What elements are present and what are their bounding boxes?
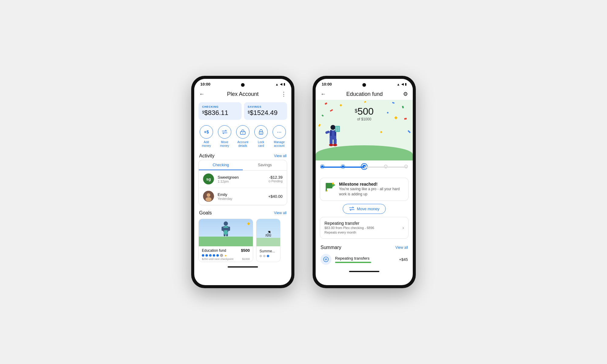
account-details-label: Accountdetails [237,140,248,148]
savings-card[interactable]: SAVINGS $$1524.49 [244,102,287,120]
summary-header: Summary View all [316,242,413,251]
app-bar-2: ← Education fund ⚙ [316,88,413,100]
checking-label: CHECKING [202,105,238,108]
checking-amount: $$836.11 [202,109,238,117]
more-button-1[interactable]: ⋮ [281,91,287,97]
education-fund-title: Education fund [346,91,383,97]
account-details-icon [236,125,249,139]
milestone-subtitle: You're saving like a pro - all your hard… [339,187,404,197]
savings-currency: $ [248,110,250,114]
svg-point-30 [332,183,334,184]
goal-card-summer[interactable]: 🏖 Summe... [256,219,280,262]
emily-amount: +$40.00 [268,194,283,199]
transaction-emily[interactable]: Emily Yesterday +$40.00 [199,188,287,205]
move-money-icon [218,125,231,139]
svg-point-6 [205,197,212,201]
dot-star: ★ [224,254,227,257]
goals-view-all[interactable]: View all [274,211,287,215]
education-checkpoint: $250 until next checkpoint $1000 [202,258,250,261]
move-money-button[interactable]: Movemoney [218,125,231,148]
goals-scroll: ◆ Education fund $500 ✓ [194,217,291,264]
phone-1-screen: 10:00 ▲ ◀ ▮ ← Plex Account ⋮ CHECKING $$… [194,79,291,285]
phone-2: 10:00 ▲ ◀ ▮ ← Education fund ⚙ [313,76,416,288]
quick-actions: +$ Addmoney Movemoney Accountdetails [194,122,291,151]
goal-card-education[interactable]: ◆ Education fund $500 ✓ [198,219,253,262]
repeating-info: Repeating transfer $83.00 from Plex chec… [324,221,374,235]
app-title-1: Plex Account [227,91,259,97]
status-time-2: 10:00 [322,82,332,86]
tab-checking[interactable]: Checking [199,160,243,170]
tab-savings[interactable]: Savings [243,160,287,170]
goals-section: Goals View all [194,205,291,264]
svg-point-3 [261,133,262,134]
sweetgreen-amount: -$12.39 [268,175,283,180]
progress-container [320,164,408,172]
checking-card[interactable]: CHECKING $$836.11 [198,102,242,120]
svg-rect-23 [325,130,330,134]
svg-point-21 [329,144,333,146]
lock-card-icon [254,125,268,139]
manage-account-button[interactable]: ··· Manageaccount [273,125,286,148]
phone-1: 10:00 ▲ ◀ ▮ ← Plex Account ⋮ CHECKING $$… [191,76,294,288]
wifi-icon: ▲ [275,83,279,86]
education-card-bg: ◆ [199,219,253,246]
move-money-label: Movemoney [220,140,229,148]
s-dot-1 [259,255,262,257]
s-dot-2 [263,255,266,257]
summer-hill [256,238,280,246]
sweetgreen-info: Sweetgreen 1:12pm [218,175,265,183]
camera-dot-2 [362,83,366,87]
hero-section: $500 of $1000 [316,100,413,160]
hero-amount-sub: of $1000 [316,117,413,121]
emily-amount-col: +$40.00 [268,194,283,199]
camera-dot-1 [241,83,245,87]
svg-rect-13 [224,230,228,234]
hero-amount-main: $500 [316,106,413,117]
svg-rect-19 [330,138,333,144]
progress-track [320,167,408,168]
repeating-transfers-icon [323,257,329,262]
repeating-title: Repeating transfer [324,221,374,226]
activity-view-all[interactable]: View all [274,154,287,158]
summary-info: Repeating transfers [335,256,395,263]
svg-rect-17 [330,130,332,136]
repeating-transfers-label: Repeating transfers [335,256,395,261]
summer-dots [259,255,277,257]
lock-card-button[interactable]: Lockcard [254,125,268,148]
phones-container: 10:00 ▲ ◀ ▮ ← Plex Account ⋮ CHECKING $$… [191,76,416,288]
wifi-icon-2: ▲ [397,83,400,86]
add-money-icon: +$ [200,125,213,139]
diamond-icon: ◆ [247,221,250,226]
checkpoint-left: $250 until next checkpoint [202,258,233,261]
diamond-sparkle-1: ◆ [394,115,398,120]
back-button-2[interactable]: ← [320,91,326,97]
checking-currency: $ [202,110,204,114]
back-button-1[interactable]: ← [199,91,205,97]
summer-card-bg: 🏖 [256,219,280,246]
phone-2-screen: 10:00 ▲ ◀ ▮ ← Education fund ⚙ [316,79,413,285]
summary-progress-bar [335,262,371,263]
emily-time: Yesterday [218,197,265,201]
emily-avatar [203,191,214,202]
status-icons-1: ▲ ◀ ▮ [275,82,285,86]
settings-button[interactable]: ⚙ [403,91,408,97]
account-details-button[interactable]: Accountdetails [236,125,249,148]
summary-title: Summary [320,245,341,250]
confetti-11 [408,130,411,133]
activity-header: Activity View all [194,151,291,160]
repeating-transfer-card[interactable]: Repeating transfer $83.00 from Plex chec… [320,217,409,239]
education-goal-amount: $500 [241,248,250,253]
education-card-content: Education fund $500 ✓ i ★ [199,246,253,262]
activity-tabs: Checking Savings [199,160,287,170]
progress-section [316,160,413,175]
add-money-button[interactable]: +$ Addmoney [200,125,213,148]
svg-point-5 [207,193,210,197]
transaction-sweetgreen[interactable]: sg Sweetgreen 1:12pm -$12.39 ⊙ Pending [199,170,287,188]
s-dot-3 [267,255,269,257]
summary-view-all[interactable]: View all [395,245,408,250]
svg-rect-20 [334,138,337,144]
activity-title: Activity [199,153,215,159]
education-goal-name: Education fund [202,248,226,253]
status-icons-2: ▲ ◀ ▮ [397,82,407,86]
move-money-button-2[interactable]: Move money [343,204,386,214]
